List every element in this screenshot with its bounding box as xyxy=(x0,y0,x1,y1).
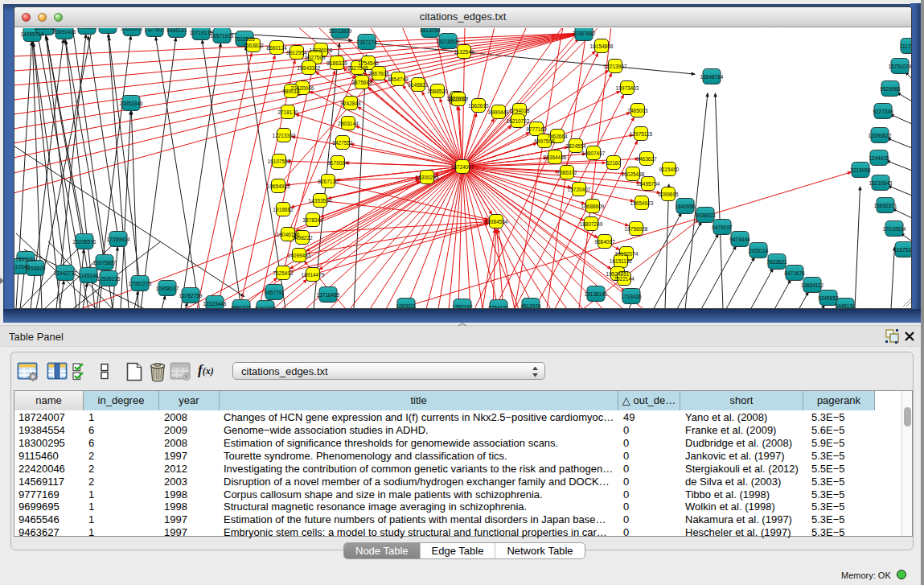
svg-text:1352162: 1352162 xyxy=(452,304,473,310)
svg-text:9170064: 9170064 xyxy=(327,160,348,166)
svg-text:8454749: 8454749 xyxy=(388,76,409,82)
svg-text:6479197: 6479197 xyxy=(712,225,733,230)
svg-text:9115460: 9115460 xyxy=(659,167,680,172)
svg-text:20206576: 20206576 xyxy=(73,239,97,245)
svg-text:17010534: 17010534 xyxy=(883,226,906,232)
svg-text:12213392: 12213392 xyxy=(273,133,296,138)
svg-text:12975115: 12975115 xyxy=(630,131,653,137)
svg-text:15136141: 15136141 xyxy=(585,291,608,297)
svg-text:1156829: 1156829 xyxy=(26,266,46,271)
svg-text:1244415: 1244415 xyxy=(869,155,889,161)
svg-text:12323448: 12323448 xyxy=(203,301,227,307)
svg-text:3824554: 3824554 xyxy=(565,143,586,149)
svg-text:16107553: 16107553 xyxy=(268,159,291,164)
svg-text:17359924: 17359924 xyxy=(107,237,130,242)
svg-text:16543362: 16543362 xyxy=(298,65,321,71)
svg-text:1588520: 1588520 xyxy=(427,89,448,94)
svg-text:9463627: 9463627 xyxy=(636,156,657,162)
svg-text:10653267: 10653267 xyxy=(121,28,144,31)
svg-text:9891406: 9891406 xyxy=(97,28,118,29)
svg-text:12093822: 12093822 xyxy=(869,133,892,138)
svg-text:10719135: 10719135 xyxy=(190,30,213,35)
svg-text:1167534: 1167534 xyxy=(894,247,911,253)
svg-text:1327602: 1327602 xyxy=(144,28,165,32)
svg-text:7485003: 7485003 xyxy=(627,108,648,113)
svg-text:9474444: 9474444 xyxy=(729,237,750,242)
svg-text:7386372: 7386372 xyxy=(556,170,577,175)
svg-text:9445131: 9445131 xyxy=(835,303,856,309)
svg-text:19654915: 19654915 xyxy=(267,183,290,189)
svg-text:16210722: 16210722 xyxy=(507,118,530,124)
svg-text:6466161: 6466161 xyxy=(166,28,187,33)
svg-text:3875685: 3875685 xyxy=(351,80,372,85)
svg-text:15720407: 15720407 xyxy=(568,187,591,192)
svg-text:8990448: 8990448 xyxy=(488,109,509,115)
svg-text:20053346: 20053346 xyxy=(120,101,143,106)
svg-text:2935114: 2935114 xyxy=(749,248,769,253)
svg-text:14055714: 14055714 xyxy=(21,31,44,37)
svg-text:10975887: 10975887 xyxy=(93,260,117,266)
svg-text:7632621: 7632621 xyxy=(766,259,787,265)
svg-text:9529966: 9529966 xyxy=(880,86,901,92)
svg-text:16914479: 16914479 xyxy=(302,272,325,278)
svg-text:18724007: 18724007 xyxy=(451,164,474,170)
svg-text:7462664: 7462664 xyxy=(547,134,568,139)
svg-text:2522144: 2522144 xyxy=(614,276,634,282)
svg-text:9146821: 9146821 xyxy=(408,82,429,88)
svg-text:1093311: 1093311 xyxy=(396,303,417,309)
svg-text:16782759: 16782759 xyxy=(179,293,203,299)
svg-text:9777169: 9777169 xyxy=(526,126,547,132)
svg-text:1754546: 1754546 xyxy=(358,60,379,66)
svg-text:19218506: 19218506 xyxy=(437,39,460,44)
svg-text:62160: 62160 xyxy=(606,160,621,166)
svg-text:989014: 989014 xyxy=(282,89,300,94)
svg-text:8813054: 8813054 xyxy=(420,28,441,33)
svg-text:5441236: 5441236 xyxy=(255,306,276,310)
svg-text:10756928: 10756928 xyxy=(625,226,648,232)
svg-text:8754121: 8754121 xyxy=(488,305,509,310)
svg-text:8938923: 8938923 xyxy=(695,212,716,218)
svg-text:1845061: 1845061 xyxy=(15,257,36,262)
svg-text:1065326: 1065326 xyxy=(76,28,97,30)
svg-text:12942737: 12942737 xyxy=(54,270,77,276)
svg-text:7663822: 7663822 xyxy=(243,43,264,48)
svg-text:6497508: 6497508 xyxy=(534,138,555,144)
svg-text:8186328: 8186328 xyxy=(326,60,347,66)
svg-text:1132549: 1132549 xyxy=(454,49,474,55)
svg-text:16151132: 16151132 xyxy=(610,258,633,264)
svg-text:9242848: 9242848 xyxy=(340,101,361,106)
svg-text:8660124: 8660124 xyxy=(266,45,287,51)
svg-text:1362615: 1362615 xyxy=(468,103,489,109)
svg-text:7515526: 7515526 xyxy=(234,36,255,42)
svg-text:19384554: 19384554 xyxy=(485,219,508,225)
svg-text:19654923: 19654923 xyxy=(630,200,654,206)
svg-text:2718170: 2718170 xyxy=(277,109,298,115)
svg-text:8267130: 8267130 xyxy=(318,179,339,184)
svg-text:16210643: 16210643 xyxy=(869,180,893,186)
svg-text:4512976: 4512976 xyxy=(520,303,541,309)
svg-text:10025438: 10025438 xyxy=(622,171,645,177)
svg-text:1733426: 1733426 xyxy=(621,294,642,299)
svg-text:7625402: 7625402 xyxy=(273,270,294,276)
svg-text:2867608: 2867608 xyxy=(368,71,389,76)
svg-text:15692371: 15692371 xyxy=(874,203,897,208)
svg-text:9245652: 9245652 xyxy=(818,295,839,301)
svg-text:14353594: 14353594 xyxy=(309,198,332,204)
svg-text:16571935: 16571935 xyxy=(211,33,234,39)
svg-text:2803144: 2803144 xyxy=(338,121,359,126)
svg-text:16154808: 16154808 xyxy=(590,43,614,49)
svg-text:9327508: 9327508 xyxy=(347,65,368,71)
svg-text:18495794: 18495794 xyxy=(637,181,660,187)
svg-text:20387682: 20387682 xyxy=(573,31,596,36)
svg-text:14099483: 14099483 xyxy=(288,253,311,258)
svg-text:8471676: 8471676 xyxy=(784,270,805,276)
svg-text:13716485: 13716485 xyxy=(317,292,340,298)
svg-text:9684067: 9684067 xyxy=(594,239,615,245)
svg-text:10973403: 10973403 xyxy=(616,85,639,91)
svg-text:6099695: 6099695 xyxy=(658,192,679,197)
svg-text:10132074: 10132074 xyxy=(615,251,639,257)
svg-text:3215958: 3215958 xyxy=(850,167,871,173)
svg-text:10807487: 10807487 xyxy=(582,150,606,156)
svg-text:16648784: 16648784 xyxy=(700,74,724,80)
svg-text:6794028: 6794028 xyxy=(509,108,530,113)
